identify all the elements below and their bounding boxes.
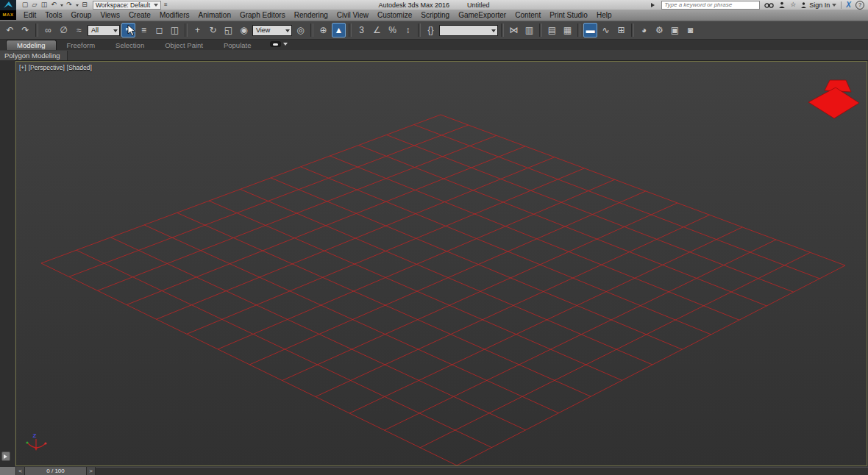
menu-item-graph-editors[interactable]: Graph Editors	[235, 10, 290, 21]
undo-button[interactable]: ↶	[49, 1, 58, 9]
mirror-button[interactable]: ⋈	[507, 23, 521, 38]
menu-item-content[interactable]: Content	[511, 10, 545, 21]
timeline-corner	[0, 467, 16, 475]
select-and-link-button[interactable]: ∞	[41, 23, 55, 38]
menu-item-edit[interactable]: Edit	[19, 10, 40, 21]
select-and-move-button[interactable]: +	[191, 23, 204, 38]
application-menu-button[interactable]: MAX	[0, 0, 16, 20]
label: Scripting	[421, 11, 449, 19]
keyboard-shortcut-override-toggle[interactable]: ▲	[332, 23, 346, 38]
workspace-selector[interactable]: Workspace: Default	[93, 1, 161, 10]
tab-populate[interactable]: Populate	[213, 40, 262, 50]
undo-button[interactable]: ↶	[3, 23, 17, 38]
viewport-pov-menu[interactable]: [Perspective]	[29, 64, 65, 71]
select-by-name-button[interactable]: ≡	[137, 23, 151, 38]
separator	[349, 24, 352, 37]
select-and-uniform-scale-button[interactable]: ◱	[221, 23, 235, 38]
toggle-layer-explorer-button[interactable]: ▦	[561, 23, 574, 38]
select-object-button[interactable]: ↖	[121, 23, 135, 38]
tab-selection[interactable]: Selection	[105, 40, 154, 50]
menu-item-civil-view[interactable]: Civil View	[332, 10, 373, 21]
redo-button[interactable]: ↷	[18, 23, 32, 38]
open-file-button[interactable]: ▱	[30, 1, 39, 9]
search-input[interactable]	[661, 1, 760, 10]
label: Edit	[24, 11, 36, 19]
redo-button[interactable]: ↷	[65, 1, 74, 9]
project-switcher-button[interactable]: ⊟	[80, 1, 89, 9]
use-pivot-point-center-button[interactable]: ◎	[294, 23, 307, 38]
label: Content	[515, 11, 541, 19]
menu-item-views[interactable]: Views	[96, 10, 124, 21]
schematic-view-button[interactable]: ⊞	[614, 23, 628, 38]
edit-named-selection-sets-button[interactable]: {}	[424, 23, 438, 38]
spinner-snap-toggle[interactable]: ↕	[401, 23, 415, 38]
quick-access-flyout-button[interactable]: ≡	[164, 1, 168, 8]
save-file-button[interactable]: ◫	[40, 1, 49, 9]
label: ◕	[641, 26, 647, 35]
menu-item-modifiers[interactable]: Modifiers	[155, 10, 194, 21]
label: ▤	[548, 26, 556, 35]
percent-snap-toggle[interactable]: %	[385, 23, 399, 38]
unlink-selection-button[interactable]: ∅	[57, 23, 71, 38]
time-slider[interactable]: 0 / 100	[25, 467, 87, 475]
toggle-ribbon-button[interactable]: ▬	[583, 23, 597, 38]
tab-freeform[interactable]: Freeform	[57, 40, 106, 50]
menu-item-animation[interactable]: Animation	[193, 10, 235, 21]
separator	[577, 24, 580, 37]
menu-item-customize[interactable]: Customize	[373, 10, 416, 21]
viewport-general-menu[interactable]: [+]	[19, 64, 26, 71]
curve-editor-button[interactable]: ∿	[599, 23, 613, 38]
sign-in-button[interactable]: Sign In	[800, 1, 836, 9]
align-button[interactable]: ▥	[522, 23, 536, 38]
select-and-rotate-button[interactable]: ↻	[206, 23, 220, 38]
help-icon[interactable]: ?	[855, 1, 864, 10]
named-selection-sets-combo[interactable]	[439, 25, 498, 36]
menu-item-scripting[interactable]: Scripting	[416, 10, 454, 21]
exchange-apps-icon[interactable]: X	[846, 1, 851, 9]
chevron-down-icon	[154, 4, 158, 9]
time-slider-track[interactable]	[96, 467, 868, 475]
title-bar: MAX ▢▱◫↶↷⊟ Workspace: Default ≡ Autodesk…	[0, 0, 868, 10]
reference-coordinate-system-combo[interactable]: View	[252, 25, 292, 36]
favorites-star-icon[interactable]: ☆	[790, 1, 796, 10]
bind-to-space-warp-button[interactable]: ≈	[72, 23, 86, 38]
viewport-shading-menu[interactable]: [Shaded]	[67, 64, 92, 71]
menu-item-help[interactable]: Help	[592, 10, 616, 21]
toggle-scene-explorer-button[interactable]: ▤	[545, 23, 559, 38]
undo-history-dropdown[interactable]	[59, 1, 64, 9]
ribbon-display-toggle[interactable]	[270, 40, 288, 48]
label: View	[256, 27, 270, 34]
rendered-frame-window-button[interactable]: ▣	[668, 23, 682, 38]
tab-object-paint[interactable]: Object Paint	[154, 40, 213, 50]
angle-snap-toggle[interactable]: ∠	[370, 23, 384, 38]
app-title: Autodesk 3ds Max 2016	[378, 1, 449, 9]
new-scene-button[interactable]: ▢	[21, 1, 29, 9]
snaps-toggle-3d[interactable]: 3	[355, 23, 369, 38]
perspective-viewport[interactable]: Z [+][Perspective][Shaded]	[15, 61, 867, 466]
material-editor-button[interactable]: ◕	[637, 23, 651, 38]
polygon-modeling-panel[interactable]: Polygon Modeling	[0, 51, 68, 60]
menu-item-gameexporter[interactable]: GameExporter	[454, 10, 511, 21]
communication-center-icon[interactable]	[778, 1, 786, 10]
previous-frame-button[interactable]: <	[16, 467, 25, 475]
menu-item-rendering[interactable]: Rendering	[290, 10, 332, 21]
redo-history-dropdown[interactable]	[74, 1, 79, 9]
rectangular-selection-region-button[interactable]: ◻	[152, 23, 166, 38]
window-crossing-toggle[interactable]: ◫	[168, 23, 182, 38]
render-setup-button[interactable]: ⚙	[652, 23, 666, 38]
menu-item-tools[interactable]: Tools	[40, 10, 66, 21]
search-collapse-icon[interactable]	[651, 3, 657, 7]
tab-modeling[interactable]: Modeling	[6, 40, 57, 50]
select-and-manipulate-button[interactable]: ⊕	[316, 23, 330, 38]
label: {}	[427, 26, 433, 35]
next-frame-button[interactable]: >	[87, 467, 96, 475]
open-mini-curve-editor-button[interactable]	[1, 451, 10, 461]
menu-item-group[interactable]: Group	[67, 10, 96, 21]
selection-filter-combo[interactable]: All	[88, 25, 120, 36]
menu-item-print-studio[interactable]: Print Studio	[545, 10, 592, 21]
label: Civil View	[337, 11, 369, 19]
select-and-place-button[interactable]: ◉	[237, 23, 251, 38]
search-binoculars-icon[interactable]	[764, 1, 774, 10]
render-production-button[interactable]: ◙	[683, 23, 697, 38]
menu-item-create[interactable]: Create	[124, 10, 155, 21]
